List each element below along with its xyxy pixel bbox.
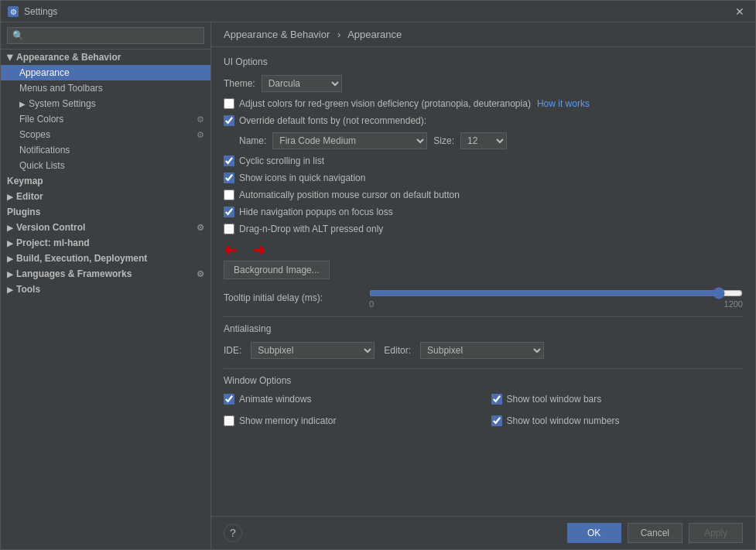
sidebar-item-label: Appearance bbox=[19, 67, 70, 78]
cyclic-scrolling-label[interactable]: Cyclic scrolling in list bbox=[224, 155, 324, 166]
adjust-colors-label[interactable]: Adjust colors for red-green vision defic… bbox=[224, 98, 531, 109]
hide-navigation-checkbox[interactable] bbox=[224, 207, 234, 217]
drag-drop-checkbox[interactable] bbox=[224, 224, 234, 234]
sidebar-item-file-colors[interactable]: File Colors ⚙ bbox=[1, 111, 210, 127]
override-fonts-row: Override default fonts by (not recommend… bbox=[224, 115, 743, 126]
gear-icon: ⚙ bbox=[197, 114, 204, 125]
ide-antialiasing-select[interactable]: Subpixel Greyscale None bbox=[251, 342, 375, 359]
antialiasing-row: IDE: Subpixel Greyscale None Editor: Sub… bbox=[224, 342, 743, 359]
arrow-decoration: ➜ ➜ bbox=[224, 241, 743, 259]
right-arrow-icon: ➜ bbox=[252, 241, 265, 259]
adjust-colors-checkbox[interactable] bbox=[224, 98, 234, 109]
show-tool-window-numbers-checkbox[interactable] bbox=[491, 415, 502, 426]
theme-label: Theme: bbox=[224, 78, 255, 89]
gear-icon: ⚙ bbox=[197, 269, 204, 279]
sidebar-item-plugins[interactable]: Plugins bbox=[1, 204, 210, 220]
show-memory-label[interactable]: Show memory indicator bbox=[224, 415, 336, 426]
sidebar-item-label: Build, Execution, Deployment bbox=[16, 253, 147, 264]
sidebar-item-label: Notifications bbox=[19, 145, 70, 155]
tooltip-slider-container: 0 1200 bbox=[369, 287, 743, 309]
ok-button[interactable]: OK bbox=[567, 523, 621, 543]
override-fonts-label[interactable]: Override default fonts by (not recommend… bbox=[224, 115, 426, 126]
font-row: Name: Fira Code Medium Arial Consolas Si… bbox=[224, 132, 743, 149]
sidebar: ▶ Appearance & Behavior Appearance Menus… bbox=[1, 22, 211, 549]
sidebar-item-label: Quick Lists bbox=[19, 160, 65, 171]
auto-position-checkbox[interactable] bbox=[224, 190, 234, 200]
show-icons-row: Show icons in quick navigation bbox=[224, 173, 743, 183]
show-tool-window-bars-row: Show tool window bars bbox=[491, 394, 744, 405]
search-input[interactable] bbox=[7, 27, 204, 44]
sidebar-item-scopes[interactable]: Scopes ⚙ bbox=[1, 127, 210, 142]
editor-antialiasing-select[interactable]: Subpixel Greyscale None bbox=[420, 342, 544, 359]
show-memory-text: Show memory indicator bbox=[239, 415, 336, 426]
sidebar-item-keymap[interactable]: Keymap bbox=[1, 173, 210, 189]
apply-button[interactable]: Apply bbox=[689, 523, 743, 543]
hide-navigation-row: Hide navigation popups on focus loss bbox=[224, 207, 743, 217]
chevron-icon: ▶ bbox=[7, 255, 13, 263]
help-button[interactable]: ? bbox=[224, 524, 242, 542]
theme-select[interactable]: Darcula IntelliJ High Contrast bbox=[262, 75, 342, 92]
right-panel: Appearance & Behavior › Appearance UI Op… bbox=[211, 22, 755, 549]
cyclic-scrolling-text: Cyclic scrolling in list bbox=[239, 155, 324, 166]
show-tool-window-bars-checkbox[interactable] bbox=[491, 394, 502, 405]
size-select[interactable]: 12 10 11 13 14 bbox=[460, 132, 507, 149]
bottom-bar: ? OK Cancel Apply bbox=[211, 516, 755, 549]
sidebar-item-menus-toolbars[interactable]: Menus and Toolbars bbox=[1, 80, 210, 96]
sidebar-item-label: Plugins bbox=[7, 207, 40, 217]
chevron-icon: ▶ bbox=[7, 193, 13, 201]
background-image-button[interactable]: Background Image... bbox=[224, 261, 330, 279]
tooltip-slider[interactable] bbox=[369, 287, 743, 299]
adjust-colors-text: Adjust colors for red-green vision defic… bbox=[239, 98, 531, 109]
show-memory-row: Show memory indicator bbox=[224, 415, 476, 426]
sidebar-item-label: Menus and Toolbars bbox=[19, 83, 103, 94]
adjust-colors-row: Adjust colors for red-green vision defic… bbox=[224, 98, 743, 109]
drag-drop-text: Drag-n-Drop with ALT pressed only bbox=[239, 224, 383, 234]
cancel-button[interactable]: Cancel bbox=[628, 523, 682, 543]
breadcrumb-current: Appearance bbox=[347, 29, 402, 40]
sidebar-item-tools[interactable]: ▶ Tools bbox=[1, 282, 210, 297]
content-area: UI Options Theme: Darcula IntelliJ High … bbox=[211, 47, 755, 516]
sidebar-item-appearance-behavior[interactable]: ▶ Appearance & Behavior bbox=[1, 50, 210, 65]
antialiasing-section: Antialiasing IDE: Subpixel Greyscale Non… bbox=[224, 323, 743, 359]
breadcrumb-path: Appearance & Behavior bbox=[224, 29, 330, 40]
animate-windows-checkbox[interactable] bbox=[224, 394, 234, 405]
sidebar-item-notifications[interactable]: Notifications bbox=[1, 142, 210, 158]
sidebar-item-label: Editor bbox=[16, 191, 43, 202]
sidebar-item-build-execution[interactable]: ▶ Build, Execution, Deployment bbox=[1, 251, 210, 266]
font-select[interactable]: Fira Code Medium Arial Consolas bbox=[272, 132, 427, 149]
sidebar-item-label: File Colors bbox=[19, 114, 63, 125]
window-options-grid: Animate windows Show tool window bars bbox=[224, 394, 743, 432]
how-it-works-link[interactable]: How it works bbox=[537, 98, 590, 109]
cyclic-scrolling-checkbox[interactable] bbox=[224, 155, 234, 166]
close-button[interactable]: ✕ bbox=[730, 4, 749, 19]
sidebar-item-editor[interactable]: ▶ Editor bbox=[1, 189, 210, 204]
sidebar-item-label: Scopes bbox=[19, 129, 50, 140]
settings-window: ⚙ Settings ✕ ▶ Appearance & Behavior A bbox=[0, 0, 756, 550]
chevron-icon: ▶ bbox=[19, 100, 26, 108]
auto-position-label[interactable]: Automatically position mouse cursor on d… bbox=[224, 190, 460, 200]
sidebar-item-project-ml-hand[interactable]: ▶ Project: ml-hand bbox=[1, 235, 210, 251]
sidebar-item-quick-lists[interactable]: Quick Lists bbox=[1, 158, 210, 173]
theme-row: Theme: Darcula IntelliJ High Contrast bbox=[224, 75, 743, 92]
drag-drop-label[interactable]: Drag-n-Drop with ALT pressed only bbox=[224, 224, 383, 234]
animate-windows-label[interactable]: Animate windows bbox=[224, 394, 311, 405]
show-tool-window-bars-label[interactable]: Show tool window bars bbox=[491, 394, 602, 405]
slider-min: 0 bbox=[369, 299, 374, 309]
sidebar-item-version-control[interactable]: ▶ Version Control ⚙ bbox=[1, 220, 210, 235]
breadcrumb-separator: › bbox=[337, 29, 340, 40]
sidebar-item-languages-frameworks[interactable]: ▶ Languages & Frameworks ⚙ bbox=[1, 266, 210, 282]
sidebar-item-appearance[interactable]: Appearance bbox=[1, 65, 210, 80]
editor-label: Editor: bbox=[384, 345, 411, 356]
hide-navigation-label[interactable]: Hide navigation popups on focus loss bbox=[224, 207, 393, 217]
show-tool-window-numbers-label[interactable]: Show tool window numbers bbox=[491, 415, 620, 426]
show-icons-checkbox[interactable] bbox=[224, 173, 234, 183]
size-label: Size: bbox=[433, 135, 454, 146]
sidebar-item-label: Appearance & Behavior bbox=[16, 52, 121, 63]
gear-icon: ⚙ bbox=[197, 223, 204, 233]
gear-icon: ⚙ bbox=[197, 130, 204, 140]
divider bbox=[224, 368, 743, 369]
show-icons-label[interactable]: Show icons in quick navigation bbox=[224, 173, 365, 183]
sidebar-item-system-settings[interactable]: ▶ System Settings bbox=[1, 96, 210, 111]
override-fonts-checkbox[interactable] bbox=[224, 115, 234, 126]
show-memory-checkbox[interactable] bbox=[224, 415, 234, 426]
